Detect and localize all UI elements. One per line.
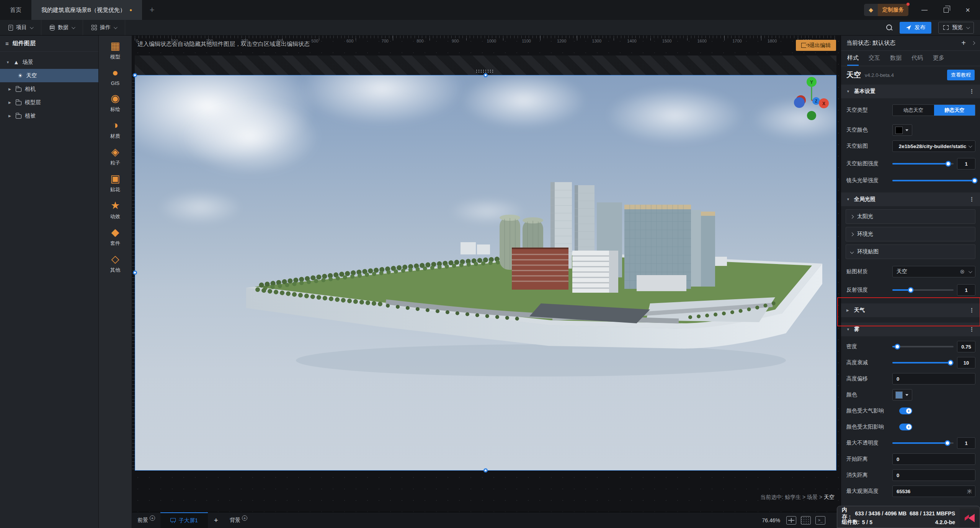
add-circle-icon[interactable]: + xyxy=(150,515,155,521)
tab-home[interactable]: 首页 xyxy=(0,0,31,20)
row-height-offset: 高度偏移 xyxy=(846,373,975,385)
card-ambient-light[interactable]: 环境光 xyxy=(846,227,975,241)
menu-project[interactable]: 项目 xyxy=(0,20,41,35)
resize-handle-top-center[interactable] xyxy=(483,73,488,77)
more-options-icon[interactable]: ⋮ xyxy=(969,326,975,333)
tab-style[interactable]: 样式 xyxy=(847,51,859,66)
tab-active-scene[interactable]: 我的建筑底座场景B（视觉优先） ● xyxy=(31,0,142,20)
card-environment-map[interactable]: 环境贴图 xyxy=(846,244,975,259)
height-offset-input[interactable] xyxy=(892,373,975,385)
fit-view-icon[interactable] xyxy=(786,516,796,525)
resize-handle-top-left[interactable] xyxy=(133,73,137,77)
resize-handle-left-center[interactable] xyxy=(133,271,137,275)
sub-screen[interactable] xyxy=(135,75,836,471)
tree-node-model-layer[interactable]: ▶ 模型层 xyxy=(0,96,98,109)
publish-button[interactable]: 发布 xyxy=(900,22,931,34)
component-version: v4.2.0-beta.4 xyxy=(865,72,894,78)
add-screen-button[interactable]: + xyxy=(208,512,224,528)
dock-item-particle[interactable]: ◈粒子 xyxy=(110,146,120,166)
search-icon[interactable] xyxy=(886,24,893,31)
restore-button[interactable] xyxy=(944,8,949,13)
lens-flare-slider[interactable] xyxy=(892,178,975,184)
tree-node-sky[interactable]: ☀ 天空 xyxy=(0,69,98,82)
svg-text:Z: Z xyxy=(815,99,817,103)
more-options-icon[interactable]: ⋮ xyxy=(969,307,975,314)
more-options-icon[interactable]: ⋮ xyxy=(969,88,975,95)
tab-interaction[interactable]: 交互 xyxy=(869,51,880,66)
caret-right-icon: ▶ xyxy=(8,87,12,91)
clear-icon[interactable]: ⊗ xyxy=(960,268,965,275)
minimize-button[interactable]: — xyxy=(919,7,930,13)
fog-color-picker[interactable] xyxy=(892,389,912,401)
tree-node-scene[interactable]: ▼ ▲ 场景 xyxy=(0,55,98,69)
chevron-right-icon[interactable] xyxy=(972,41,975,45)
section-basic-settings[interactable]: ▼ 基本设置 ⋮ xyxy=(841,85,980,98)
chevron-right-icon xyxy=(850,232,854,236)
dock-item-plot[interactable]: ◉标绘 xyxy=(110,93,120,113)
axis-gizmo[interactable]: Y Z X xyxy=(793,76,830,120)
height-falloff-value[interactable]: 10 xyxy=(957,357,975,368)
zoom-level[interactable]: 76.46% xyxy=(762,517,780,523)
row-sky-type: 天空类型 动态天空 静态天空 xyxy=(846,104,975,116)
max-opacity-value[interactable]: 1 xyxy=(957,437,975,449)
fog-density-slider[interactable] xyxy=(892,344,954,350)
exit-edit-button[interactable]: 退出编辑 xyxy=(796,40,836,51)
add-circle-icon[interactable]: + xyxy=(242,515,247,521)
section-weather[interactable]: ▶ 天气 ⋮ xyxy=(841,303,980,317)
fog-density-value[interactable]: 0.75 xyxy=(957,341,975,352)
reflection-intensity-slider[interactable] xyxy=(892,287,954,293)
keyboard-shortcuts-icon[interactable] xyxy=(801,516,811,525)
section-fog[interactable]: ▼ 雾 ⋮ xyxy=(841,323,980,336)
height-falloff-slider[interactable] xyxy=(892,360,954,366)
max-opacity-slider[interactable] xyxy=(892,440,954,446)
screen-drag-grip[interactable] xyxy=(475,69,493,73)
dock-item-gis[interactable]: ●GIS xyxy=(111,67,119,86)
add-state-button[interactable]: + xyxy=(961,39,966,47)
tree-node-camera[interactable]: ▶ 相机 xyxy=(0,82,98,96)
section-global-lighting[interactable]: ▼ 全局光照 ⋮ xyxy=(841,192,980,206)
env-map-material-dropdown[interactable]: 天空 ⊗ xyxy=(892,266,975,277)
sky-color-picker[interactable] xyxy=(892,124,912,136)
tree-node-vegetation[interactable]: ▶ 植被 xyxy=(0,109,98,122)
fade-distance-input[interactable] xyxy=(892,469,975,481)
card-sunlight[interactable]: 太阳光 xyxy=(846,209,975,224)
tab-more[interactable]: 更多 xyxy=(933,51,944,66)
custom-service-badge[interactable]: ◆ 定制服务 xyxy=(864,4,908,16)
tab-code[interactable]: 代码 xyxy=(911,51,923,66)
viewport-canvas[interactable]: 0100200300400500600700800900100011001200… xyxy=(132,36,841,512)
new-tab-button[interactable]: + xyxy=(142,0,162,20)
screen-tab-active[interactable]: 子大屏1 xyxy=(160,512,208,528)
max-view-height-input[interactable] xyxy=(892,486,975,497)
sky-map-intensity-value[interactable]: 1 xyxy=(957,158,975,169)
atmosphere-affect-toggle[interactable] xyxy=(899,407,912,414)
option-dynamic-sky[interactable]: 动态天空 xyxy=(893,105,934,116)
component-header: 天空 v4.2.0-beta.4 查看教程 xyxy=(841,66,980,84)
dock-item-decal[interactable]: ▣贴花 xyxy=(110,173,120,193)
more-options-icon[interactable]: ⋮ xyxy=(969,196,975,203)
dock-item-other[interactable]: ◇其他 xyxy=(110,253,120,274)
tutorial-button[interactable]: 查看教程 xyxy=(947,70,975,80)
console-icon[interactable]: >_ xyxy=(815,516,825,525)
current-state-label: 当前状态: 默认状态 xyxy=(846,39,895,47)
foreground-button[interactable]: 前景+ xyxy=(132,512,160,528)
menu-action-label: 操作 xyxy=(100,24,111,31)
dock-item-animation[interactable]: ★动效 xyxy=(110,200,120,220)
start-distance-input[interactable] xyxy=(892,453,975,465)
reflection-intensity-value[interactable]: 1 xyxy=(957,284,975,296)
dock-item-kit[interactable]: ◆套件 xyxy=(110,227,120,247)
tab-data[interactable]: 数据 xyxy=(890,51,902,66)
sky-map-dropdown[interactable]: 2e1b5e28/city-builder/static xyxy=(892,140,975,152)
preview-button[interactable]: 预览 xyxy=(938,22,974,34)
resize-handle-bottom-center[interactable] xyxy=(483,468,488,473)
menu-action[interactable]: 操作 xyxy=(83,20,125,35)
dock-item-material[interactable]: ◑材质 xyxy=(110,119,120,140)
menu-data[interactable]: 数据 xyxy=(41,20,83,35)
sun-affect-toggle[interactable] xyxy=(899,424,912,430)
sky-map-intensity-slider[interactable] xyxy=(892,161,954,167)
close-button[interactable]: × xyxy=(962,6,973,15)
dock-label: GIS xyxy=(111,80,119,86)
dock-item-model[interactable]: ▦模型 xyxy=(110,40,120,60)
option-static-sky[interactable]: 静态天空 xyxy=(934,105,975,116)
color-swatch xyxy=(895,391,903,399)
background-button[interactable]: 背景+ xyxy=(224,512,253,528)
